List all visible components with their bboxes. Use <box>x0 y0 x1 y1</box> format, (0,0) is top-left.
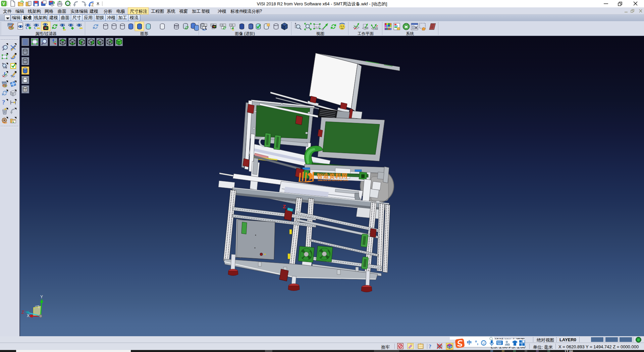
svg-text:SMW.REN MAI KEFIUENG DATA: SMW.REN MAI KEFIUENG DATA <box>318 179 348 181</box>
svg-text:Z: Z <box>283 204 286 209</box>
svg-text:Z: Z <box>21 310 24 315</box>
svg-text:?: ? <box>2 99 5 106</box>
svg-text:智造资料网: 智造资料网 <box>316 173 348 179</box>
svg-text:1:1: 1:1 <box>315 25 319 28</box>
svg-text:Y: Y <box>40 295 43 299</box>
svg-text:X: X <box>27 313 30 318</box>
svg-text:?: ? <box>429 344 431 349</box>
